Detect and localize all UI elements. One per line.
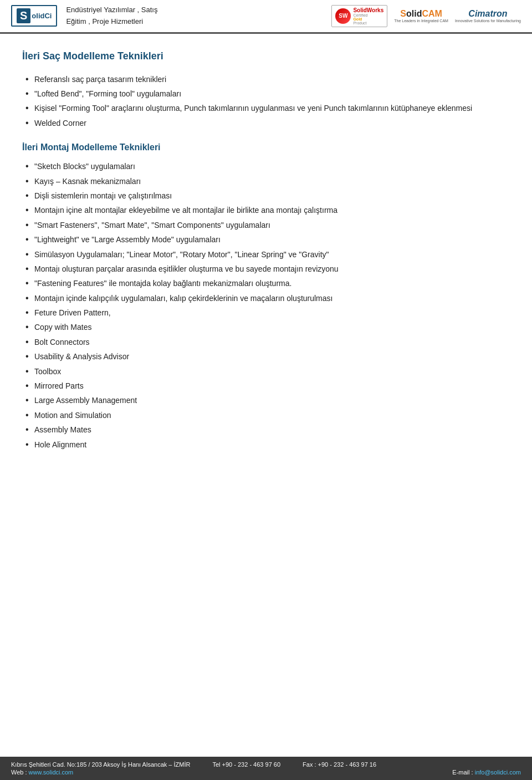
section2-list: "Sketch Blocks" uygulamaları Kayış – Kas…	[22, 159, 510, 452]
footer-address: Kıbrıs Şehitleri Cad. No:185 / 203 Aksoy…	[11, 761, 190, 768]
footer-web-link[interactable]: www.solidci.com	[29, 769, 74, 776]
company-info: Endüstriyel Yazılımlar , Satış Eğitim , …	[66, 4, 323, 28]
footer-email-link[interactable]: info@solidci.com	[475, 769, 521, 776]
list-item: "Sketch Blocks" uygulamaları	[22, 159, 510, 174]
footer-email: E-mail : info@solidci.com	[452, 769, 521, 776]
list-item-bolt-connectors: Bolt Connectors	[22, 335, 510, 349]
solidcam-label: SolidCAM	[400, 9, 442, 19]
section1-title: İleri Saç Modelleme Teknikleri	[22, 50, 510, 62]
footer-row1: Kıbrıs Şehitleri Cad. No:185 / 203 Aksoy…	[11, 761, 521, 768]
footer-row2: Web : www.solidci.com E-mail : info@soli…	[11, 769, 521, 776]
main-content: İleri Saç Modelleme Teknikleri Referansl…	[0, 34, 532, 496]
solidworks-gold: Gold	[353, 17, 383, 21]
list-item: "Fastening Features" ile montajda kolay …	[22, 276, 510, 290]
solidworks-icon: SW	[335, 8, 351, 24]
solidworks-certified: Certified	[353, 13, 383, 17]
list-item: Welded Corner	[22, 116, 510, 130]
solidcam-sub: The Leaders in Integrated CAM	[394, 19, 448, 23]
page-footer: Kıbrıs Şehitleri Cad. No:185 / 203 Aksoy…	[0, 757, 532, 780]
page-header: S olidCi Endüstriyel Yazılımlar , Satış …	[0, 0, 532, 34]
footer-tel: Tel +90 - 232 - 463 97 60	[212, 761, 280, 768]
list-item: Feture Driven Pattern,	[22, 305, 510, 320]
solidci-logo: S olidCi	[11, 5, 57, 27]
list-item-assembly-mates: Assembly Mates	[22, 422, 510, 437]
footer-web: Web : www.solidci.com	[11, 769, 73, 776]
list-item: Kişisel "Forming Tool" araçlarını oluştu…	[22, 101, 510, 115]
list-item-copy-with-mates: Copy with Mates	[22, 320, 510, 334]
section2-title: İleri Montaj Modelleme Teknikleri	[22, 142, 510, 152]
list-item: Referanslı saç parça tasarım teknikleri	[22, 72, 510, 86]
cimatron-label: Cimatron	[468, 9, 507, 19]
solidworks-label: SolidWorks	[353, 7, 383, 13]
company-line2: Eğitim , Proje Hizmetleri	[66, 16, 323, 28]
list-item: "Smart Fasteners", "Smart Mate", "Smart …	[22, 218, 510, 232]
solidcam-badge: SolidCAM The Leaders in Integrated CAM	[394, 9, 448, 23]
partner-badges: SW SolidWorks Certified Gold Product Sol…	[331, 5, 521, 27]
company-line1: Endüstriyel Yazılımlar , Satış	[66, 4, 323, 16]
solidworks-product: Product	[353, 21, 383, 25]
logo-text: olidCi	[32, 12, 52, 20]
list-item-motion-simulation: Motion and Simulation	[22, 408, 510, 422]
list-item: Hole Alignment	[22, 437, 510, 452]
list-item: Montajın içinde kalıpçılık uygulamaları,…	[22, 291, 510, 305]
footer-fax: Fax : +90 - 232 - 463 97 16	[303, 761, 376, 768]
list-item-large-assembly: Large Assembly Management	[22, 393, 510, 407]
list-item: Toolbox	[22, 364, 510, 379]
list-item: Montajı oluşturan parçalar arasında eşit…	[22, 262, 510, 276]
list-item: "Lightweight" ve "Large Assembly Mode" u…	[22, 232, 510, 247]
cimatron-badge: Cimatron Innovative Solutions for Manufa…	[455, 9, 521, 23]
list-item-mirrored-parts: Mirrored Parts	[22, 379, 510, 393]
list-item: Simülasyon Uygulamaları; "Linear Motor",…	[22, 247, 510, 262]
list-item: Kayış – Kasnak mekanizmaları	[22, 174, 510, 188]
list-item: Montajın içine alt montajlar ekleyebilme…	[22, 203, 510, 217]
solidworks-badge: SW SolidWorks Certified Gold Product	[331, 5, 387, 27]
list-item: "Lofted Bend", "Forming tool" uygulamala…	[22, 86, 510, 101]
logo-s: S	[20, 9, 27, 22]
cimatron-sub: Innovative Solutions for Manufacturing	[455, 19, 521, 23]
list-item: Usability & Analysis Advisor	[22, 349, 510, 364]
section1-list: Referanslı saç parça tasarım teknikleri …	[22, 72, 510, 131]
list-item: Dişli sistemlerin montajı ve çalıştırılm…	[22, 188, 510, 203]
